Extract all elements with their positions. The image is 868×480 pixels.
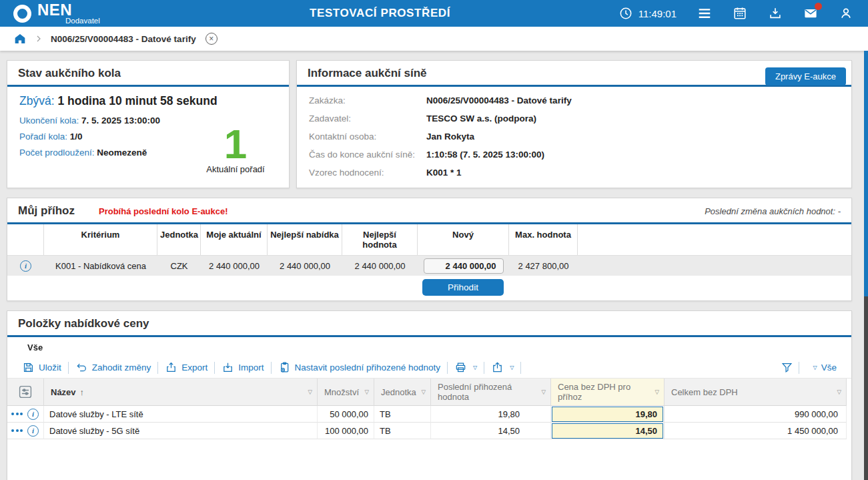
my-current-cell: 2 440 000,00 — [201, 255, 268, 276]
place-bid-button[interactable]: Přihodit — [422, 279, 504, 296]
share-icon — [491, 361, 504, 374]
items-toolbar: Uložit Zahodit změny Export Import Nasta… — [7, 357, 851, 379]
remaining-label: Zbývá: — [19, 94, 55, 107]
remaining-value: 1 hodina 10 minut 58 sekund — [57, 94, 217, 107]
session-clock: 11:49:01 — [618, 6, 677, 21]
chevron-right-icon — [35, 35, 43, 43]
page-scrollbar[interactable] — [864, 51, 868, 480]
brand-role: Dodavatel — [65, 17, 100, 25]
contract-label: Zakázka: — [309, 95, 426, 105]
filter-triangle-icon[interactable] — [655, 389, 659, 395]
import-label: Import — [238, 363, 264, 373]
item-quantity-cell: 100 000,00 — [318, 423, 374, 439]
criterion-unit-cell: CZK — [157, 255, 201, 276]
filter-triangle-icon[interactable] — [541, 389, 546, 395]
filter-preset-dropdown[interactable]: Vše — [805, 363, 843, 373]
column-header-max-hodnota: Max. hodnota — [509, 224, 578, 255]
round-end-value: 7. 5. 2025 13:00:00 — [81, 115, 160, 126]
filter-funnel-icon[interactable] — [781, 361, 793, 374]
items-table: Název Množství Jednotka Poslední přihoze… — [7, 379, 851, 439]
formula-label: Vzorec hodnocení: — [309, 168, 426, 178]
eauction-messages-button[interactable]: Zprávy E-aukce — [765, 67, 846, 85]
filter-triangle-icon[interactable] — [837, 389, 841, 395]
item-price-cell — [551, 423, 665, 439]
row-actions — [7, 406, 44, 423]
row-menu-icon[interactable] — [11, 429, 23, 432]
contract-value: N006/25/V00004483 - Datové tarify — [426, 95, 572, 105]
nazev-header-label: Název — [51, 387, 76, 397]
current-rank: 1 Aktuální pořadí — [189, 128, 282, 174]
column-header-jednotka[interactable]: Jednotka — [374, 379, 431, 406]
column-header-posledni-hodnota[interactable]: Poslední přihozená hodnota — [431, 379, 551, 406]
my-bid-table: Kritérium Jednotka Moje aktuální Nejlepš… — [7, 224, 851, 276]
clock-time: 11:49:01 — [638, 8, 677, 19]
filter-triangle-icon[interactable] — [308, 389, 312, 395]
discard-changes-button[interactable]: Zahodit změny — [69, 361, 158, 374]
column-settings-icon[interactable] — [18, 385, 33, 399]
column-header-celkem[interactable]: Celkem bez DPH — [665, 379, 847, 406]
top-bar: NEN Dodavatel TESTOVACÍ PROSTŘEDÍ 11:49:… — [0, 0, 868, 27]
info-icon[interactable] — [27, 409, 39, 420]
menu-icon[interactable] — [697, 6, 712, 21]
home-icon[interactable] — [13, 32, 27, 45]
new-bid-input[interactable] — [424, 258, 504, 274]
save-icon — [22, 361, 35, 374]
best-offer-cell: 2 440 000,00 — [268, 255, 342, 276]
tab-all[interactable]: Vše — [17, 339, 63, 357]
set-last-bid-values-button[interactable]: Nastavit poslední přihozené hodnoty — [272, 361, 447, 374]
price-items-title: Položky nabídkové ceny — [18, 317, 149, 330]
contract-row: Zakázka: N006/25/V00004483 - Datové tari… — [309, 95, 839, 105]
print-menu-button[interactable] — [448, 361, 484, 374]
toolbar-divider — [799, 362, 799, 374]
celkem-header-label: Celkem bez DPH — [671, 387, 738, 397]
share-dropdown-icon — [510, 365, 514, 371]
messages-button[interactable] — [803, 6, 818, 21]
breadcrumb: N006/25/V00004483 - Datové tarify — [0, 27, 868, 51]
last-change-note: Poslední změna aukčních hodnot: - — [705, 206, 841, 216]
room-end-value: 1:10:58 (7. 5. 2025 13:00:00) — [426, 150, 544, 160]
row-menu-icon[interactable] — [11, 413, 23, 415]
extensions-label: Počet prodloužení: — [19, 148, 95, 158]
sort-ascending-icon — [80, 387, 85, 397]
column-settings-header — [7, 379, 44, 406]
save-button[interactable]: Uložit — [15, 361, 68, 374]
authority-value: TESCO SW a.s. (podpora) — [426, 113, 536, 124]
calendar-icon[interactable] — [733, 6, 747, 21]
export-button[interactable]: Export — [158, 361, 214, 374]
clock-icon — [618, 6, 633, 21]
unit-price-input[interactable] — [552, 423, 663, 439]
toolbar-divider — [520, 362, 521, 374]
filter-triangle-icon[interactable] — [421, 389, 426, 395]
unit-price-input[interactable] — [552, 407, 663, 422]
column-header-filler — [578, 224, 851, 255]
column-header-nazev[interactable]: Název — [44, 379, 318, 406]
save-label: Uložit — [39, 363, 61, 373]
discard-label: Zahodit změny — [92, 363, 151, 373]
column-header-mnozstvi[interactable]: Množství — [318, 379, 374, 406]
item-price-cell — [551, 406, 665, 423]
contact-value: Jan Rokyta — [426, 132, 474, 142]
info-icon[interactable] — [27, 425, 39, 437]
my-bid-panel: Můj příhoz Probíhá poslední kolo E-aukce… — [7, 198, 852, 301]
contact-label: Kontaktní osoba: — [309, 132, 426, 142]
price-items-panel: Položky nabídkové ceny Vše Uložit Zahodi… — [7, 310, 852, 480]
scrollbar-thumb[interactable] — [864, 51, 868, 296]
criterion-name-cell: K001 - Nabídková cena — [44, 255, 157, 276]
share-menu-button[interactable] — [484, 361, 520, 374]
import-button[interactable]: Import — [215, 361, 270, 374]
current-rank-value: 1 — [189, 128, 282, 162]
item-name-cell: Datové služby - LTE sítě — [44, 406, 318, 423]
filter-triangle-icon[interactable] — [364, 389, 369, 395]
item-last-bid-cell: 19,80 — [431, 406, 551, 423]
extensions-value: Neomezeně — [97, 148, 147, 158]
column-header-cena-prihoz[interactable]: Cena bez DPH pro příhoz — [551, 379, 665, 406]
info-icon[interactable] — [20, 260, 31, 272]
last-round-alert: Probíhá poslední kolo E-aukce! — [99, 206, 228, 216]
import-icon — [222, 361, 234, 374]
brand-name: NEN — [37, 2, 100, 18]
close-tab-icon[interactable] — [205, 33, 218, 45]
column-header-empty — [7, 224, 44, 255]
downloads-tray-icon[interactable] — [768, 6, 783, 21]
breadcrumb-item[interactable]: N006/25/V00004483 - Datové tarify — [51, 34, 196, 44]
user-icon[interactable] — [839, 6, 853, 21]
